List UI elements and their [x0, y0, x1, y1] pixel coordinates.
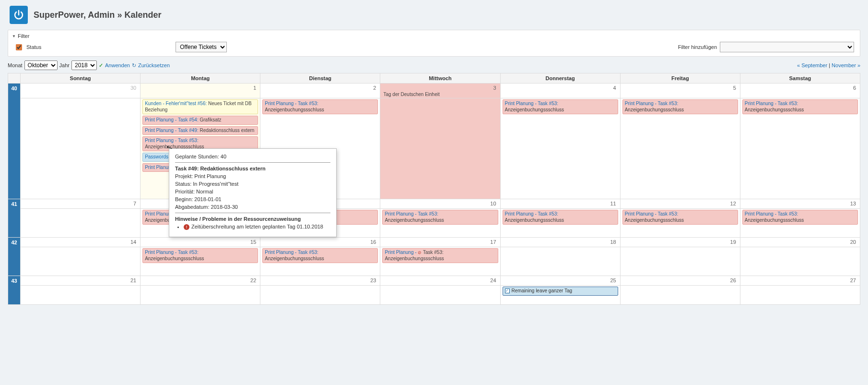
day-cell[interactable]: 10 [380, 199, 500, 209]
prev-month-link[interactable]: « September [797, 62, 827, 68]
calendar-event[interactable]: Print Planung - Task #53: Anzeigenbuchun… [742, 99, 858, 114]
event-link[interactable]: Print Planung - Task #53: [145, 138, 199, 143]
day-events[interactable] [21, 209, 141, 238]
calendar-event[interactable]: ✓Remaining leave ganzer Tag [503, 287, 618, 296]
day-cell[interactable]: 17 [380, 238, 500, 247]
day-events[interactable]: Print Planung - Task #53: Anzeigenbuchun… [620, 209, 740, 238]
event-link[interactable]: Print Planung - Task #53: [745, 101, 798, 106]
calendar-event[interactable]: Kunden - Fehler'mit''test #56: Neues Tic… [142, 99, 258, 114]
day-cell[interactable]: 5 [620, 84, 740, 98]
calendar-event[interactable]: Print Planung - Task #53: Anzeigenbuchun… [382, 210, 498, 225]
day-events[interactable] [380, 98, 500, 199]
calendar-event[interactable]: Print Planung - Task #49: Redaktionsschl… [142, 126, 258, 135]
day-cell[interactable]: 3Tag der Deutschen Einheit [380, 84, 500, 98]
year-select[interactable]: 2018 [71, 60, 97, 70]
day-cell[interactable]: 6 [740, 84, 860, 98]
event-link[interactable]: Print Planung - Task #49: [145, 128, 199, 133]
calendar-event[interactable]: Print Planung - Task #53: Anzeigenbuchun… [262, 99, 378, 114]
day-events[interactable] [21, 286, 141, 305]
calendar-event[interactable]: Print Planung - Task #53: Anzeigenbuchun… [503, 99, 618, 114]
week-number: 43 [8, 276, 21, 305]
event-link[interactable]: Print Planung - Task #53: [505, 101, 559, 106]
status-checkbox[interactable] [16, 44, 22, 50]
day-events[interactable]: Print Planung - Task #53: Anzeigenbuchun… [380, 209, 500, 238]
day-cell[interactable]: 16 [260, 238, 380, 247]
next-month-link[interactable]: November » [832, 62, 860, 68]
filter-panel: ▼ Filter Status Offene Tickets Filter hi… [8, 30, 860, 57]
day-cell[interactable]: 4 [500, 84, 620, 98]
day-events[interactable]: Print Planung - Task #53: Anzeigenbuchun… [500, 209, 620, 238]
day-events[interactable]: Print Planung - Task #53: Anzeigenbuchun… [500, 98, 620, 199]
day-cell[interactable]: 19 [620, 238, 740, 247]
month-select[interactable]: Oktober [24, 60, 58, 70]
calendar-event[interactable]: Print Planung - Task #53: Anzeigenbuchun… [503, 210, 618, 225]
event-link[interactable]: Print Planung - Task #53: [265, 250, 318, 255]
day-events[interactable] [740, 247, 860, 276]
day-cell[interactable]: 1 [141, 84, 260, 98]
day-cell[interactable]: 30 [21, 84, 141, 98]
day-events[interactable] [380, 286, 500, 305]
day-cell[interactable]: 22 [141, 276, 260, 286]
calendar-event[interactable]: Print Planung - ⊘ Task #53: Anzeigenbuch… [382, 248, 498, 263]
day-cell[interactable]: 25 [500, 276, 620, 286]
day-cell[interactable]: 26 [620, 276, 740, 286]
day-cell[interactable]: 13 [740, 199, 860, 209]
day-events[interactable]: ✓Remaining leave ganzer Tag [500, 286, 620, 305]
add-filter-select[interactable] [720, 42, 854, 52]
filter-toggle[interactable]: ▼ Filter [12, 33, 856, 39]
day-cell[interactable]: 27 [740, 276, 860, 286]
day-events[interactable]: Print Planung - Task #53: Anzeigenbuchun… [260, 247, 380, 276]
calendar-event[interactable]: Print Planung - Task #53: Anzeigenbuchun… [742, 210, 858, 225]
reset-link[interactable]: Zurücksetzen [138, 62, 170, 68]
event-link[interactable]: Kunden - Fehler'mit''test #56: [145, 101, 207, 106]
leave-check-icon: ✓ [505, 289, 510, 293]
apply-link[interactable]: Anwenden [105, 62, 130, 68]
event-link[interactable]: Print Planung - Task #53: [625, 211, 679, 217]
day-events[interactable]: Print Planung - Task #53: Anzeigenbuchun… [740, 98, 860, 199]
day-events[interactable] [260, 286, 380, 305]
week-header [8, 73, 21, 84]
day-cell[interactable]: 7 [21, 199, 141, 209]
event-link[interactable]: Print Planung - Task #53: [265, 101, 318, 106]
day-events[interactable]: Print Planung - ⊘ Task #53: Anzeigenbuch… [380, 247, 500, 276]
day-cell[interactable]: 12 [620, 199, 740, 209]
calendar-event[interactable]: Print Planung - Task #53: Anzeigenbuchun… [622, 99, 738, 114]
event-tooltip: Geplante Stunden: 40 Task #49: Redaktion… [169, 148, 337, 237]
event-link[interactable]: Print Planung - Task #53: [745, 211, 798, 217]
event-link[interactable]: Print Planung - Task #53: [505, 211, 559, 217]
day-cell[interactable]: 24 [380, 276, 500, 286]
day-cell[interactable]: 11 [500, 199, 620, 209]
day-events[interactable]: Print Planung - Task #53: Anzeigenbuchun… [141, 247, 260, 276]
event-link[interactable]: Print Planung - [385, 250, 418, 255]
day-cell[interactable]: 14 [21, 238, 141, 247]
calendar-event[interactable]: Print Planung - Task #53: Anzeigenbuchun… [622, 210, 738, 225]
calendar-event[interactable]: Print Planung - Task #53: Anzeigenbuchun… [262, 248, 378, 263]
event-link[interactable]: Print Planung - Task #54: [145, 117, 199, 122]
day-events[interactable] [740, 286, 860, 305]
day-cell[interactable]: 2 [260, 84, 380, 98]
day-events[interactable] [21, 98, 141, 199]
day-events[interactable] [500, 247, 620, 276]
week-number: 41 [8, 199, 21, 238]
controls-bar: Monat Oktober Jahr 2018 ✓ Anwenden ↻ Zur… [0, 59, 868, 73]
day-cell[interactable]: 18 [500, 238, 620, 247]
event-link[interactable]: Print Planung - Task #53: [145, 250, 199, 255]
day-events[interactable]: Print Planung - Task #53: Anzeigenbuchun… [620, 98, 740, 199]
event-link[interactable]: Print Planung - Task #53: [385, 211, 438, 217]
calendar-event[interactable]: Print Planung - Task #53: Anzeigenbuchun… [142, 248, 258, 263]
status-filter[interactable]: Status [14, 43, 41, 52]
breadcrumb-page: Kalender [124, 10, 161, 20]
day-events[interactable] [141, 286, 260, 305]
day-events[interactable] [620, 247, 740, 276]
day-events[interactable] [21, 247, 141, 276]
day-events[interactable] [620, 286, 740, 305]
event-link[interactable]: Print Planung - Task #53: [625, 101, 679, 106]
day-cell[interactable]: 20 [740, 238, 860, 247]
calendar-event[interactable]: Print Planung - Task #54: Grafiksatz [142, 116, 258, 125]
status-value-select[interactable]: Offene Tickets [176, 42, 227, 52]
day-events[interactable]: Print Planung - Task #53: Anzeigenbuchun… [740, 209, 860, 238]
day-cell[interactable]: 23 [260, 276, 380, 286]
day-cell[interactable]: 15 [141, 238, 260, 247]
day-header: Donnerstag [500, 73, 620, 84]
day-cell[interactable]: 21 [21, 276, 141, 286]
